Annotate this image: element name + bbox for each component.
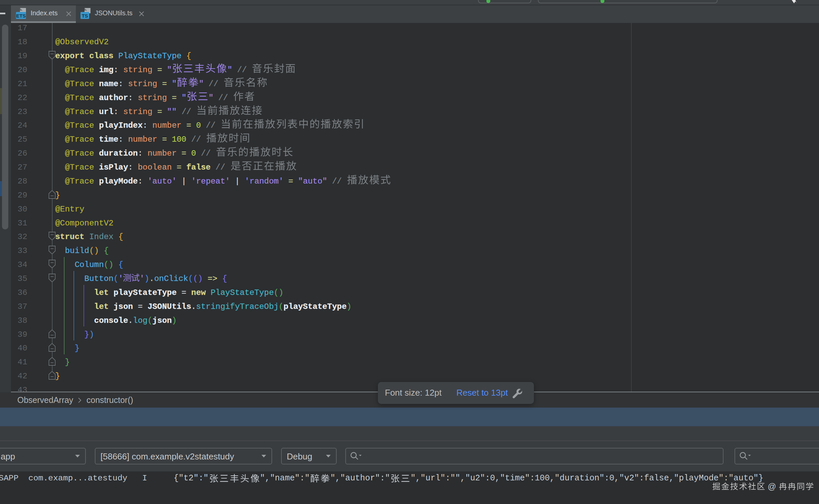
svg-text:TS: TS	[81, 13, 88, 19]
svg-text:ETS: ETS	[16, 13, 26, 19]
